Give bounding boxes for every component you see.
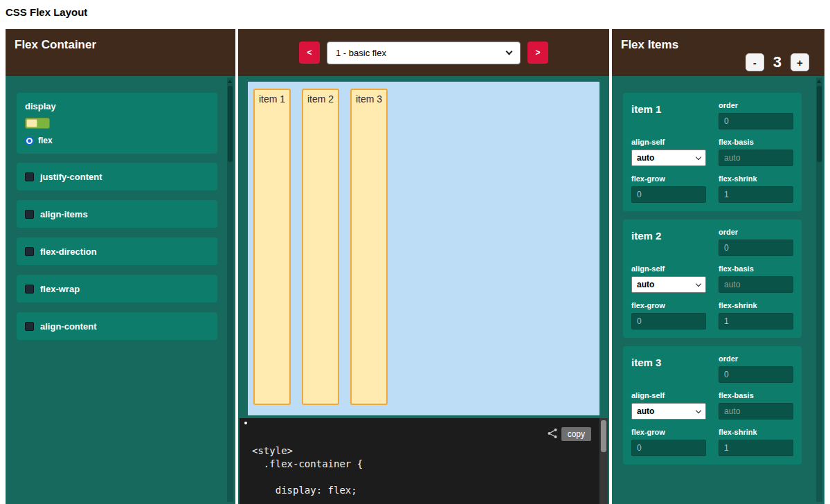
flex-items-scrollbar[interactable]	[816, 78, 822, 502]
flex-grow-input[interactable]	[631, 313, 706, 330]
flex-shrink-field: flex-shrink	[719, 174, 793, 203]
justify-content-checkbox[interactable]	[25, 172, 34, 181]
order-label: order	[719, 101, 793, 109]
flex-shrink-input[interactable]	[719, 186, 793, 203]
preview-panel: < 1 - basic flex > item 1 item 2 item 3	[238, 29, 609, 504]
copy-button[interactable]: copy	[561, 427, 591, 441]
align-self-field: align-self auto	[631, 138, 706, 166]
display-toggle[interactable]	[25, 118, 50, 129]
flex-grow-label: flex-grow	[631, 174, 706, 183]
flex-shrink-label: flex-shrink	[719, 174, 793, 183]
justify-content-card: justify-content	[17, 163, 217, 190]
prev-example-button[interactable]: <	[299, 42, 320, 64]
flex-grow-input[interactable]	[631, 440, 706, 456]
flex-grow-label: flex-grow	[631, 301, 706, 309]
align-self-label: align-self	[631, 138, 706, 146]
toggle-knob-icon	[26, 119, 37, 127]
flex-container-scrollbar[interactable]	[227, 78, 233, 502]
scroll-up-icon[interactable]	[817, 80, 821, 83]
flex-shrink-input[interactable]	[719, 440, 793, 456]
flex-basis-input[interactable]	[719, 150, 793, 166]
flex-container-header: Flex Container	[6, 29, 235, 76]
item-2-card: item 2 order align-self auto flex-basis	[623, 219, 802, 338]
align-self-field: align-self auto	[631, 391, 706, 420]
flex-basis-label: flex-basis	[719, 391, 793, 399]
align-items-label: align-items	[40, 209, 88, 219]
css-flex-layout-app: CSS Flex Layout Flex Container display f…	[0, 0, 830, 504]
flex-shrink-label: flex-shrink	[719, 301, 793, 309]
flex-container-panel: Flex Container display flex justify-cont…	[6, 29, 235, 504]
flex-item-1: item 1	[253, 89, 291, 405]
flex-direction-checkbox[interactable]	[25, 247, 34, 256]
item-count-controls: - 3 +	[746, 53, 809, 71]
display-radio-row: flex	[25, 136, 209, 145]
flex-basis-field: flex-basis	[719, 391, 793, 420]
chevron-down-icon	[696, 154, 701, 159]
order-input[interactable]	[719, 366, 793, 383]
scrollbar-thumb[interactable]	[228, 86, 233, 162]
next-example-button[interactable]: >	[527, 42, 548, 64]
code-panel: copy <style> .flex-container { display: …	[240, 418, 608, 504]
item-card-title: item 2	[631, 228, 706, 256]
align-self-value: auto	[637, 280, 654, 289]
flex-basis-input[interactable]	[719, 276, 793, 293]
flex-shrink-field: flex-shrink	[719, 301, 793, 330]
share-icon[interactable]	[547, 428, 558, 439]
flex-direction-label: flex-direction	[40, 246, 97, 257]
preview-body: item 1 item 2 item 3 copy <style> .flex-…	[238, 76, 609, 504]
chevron-down-icon	[696, 407, 701, 413]
scroll-up-icon[interactable]	[228, 80, 232, 83]
flex-items-title: Flex Items	[621, 38, 678, 52]
page-title: CSS Flex Layout	[6, 6, 87, 18]
example-select[interactable]: 1 - basic flex	[327, 42, 521, 64]
code-line: <style>	[252, 444, 594, 458]
remove-item-button[interactable]: -	[746, 53, 764, 71]
align-self-label: align-self	[631, 391, 706, 399]
flex-shrink-label: flex-shrink	[719, 428, 793, 436]
item-3-card: item 3 order align-self auto flex-basis	[623, 346, 802, 465]
flex-grow-input[interactable]	[631, 186, 706, 203]
scrollbar-thumb[interactable]	[817, 86, 822, 162]
flex-basis-label: flex-basis	[719, 138, 793, 146]
align-self-select[interactable]: auto	[631, 403, 706, 420]
code-line: .flex-container {	[252, 458, 594, 471]
example-select-value: 1 - basic flex	[336, 48, 386, 58]
flex-item-2: item 2	[302, 89, 339, 405]
chevron-down-icon	[506, 48, 513, 55]
flex-wrap-card: flex-wrap	[17, 275, 217, 303]
flex-basis-field: flex-basis	[719, 138, 793, 166]
order-label: order	[719, 354, 793, 363]
align-content-card: align-content	[17, 312, 217, 340]
order-input[interactable]	[719, 240, 793, 256]
flex-items-panel: Flex Items - 3 + item 1 order align-self…	[612, 29, 824, 504]
item-card-title: item 3	[631, 354, 706, 383]
flex-basis-input[interactable]	[719, 403, 793, 420]
add-item-button[interactable]: +	[791, 53, 809, 71]
item-count: 3	[773, 53, 782, 71]
flex-grow-label: flex-grow	[631, 428, 706, 436]
align-items-card: align-items	[17, 200, 217, 228]
order-input[interactable]	[719, 113, 793, 129]
flex-items-body: item 1 order align-self auto flex-basis	[612, 76, 824, 504]
flex-grow-field: flex-grow	[631, 174, 706, 203]
item-card-title: item 1	[631, 101, 706, 129]
flex-basis-field: flex-basis	[719, 264, 793, 293]
code-scrollbar-thumb[interactable]	[601, 420, 606, 452]
code-line	[252, 471, 594, 484]
flex-wrap-checkbox[interactable]	[25, 285, 34, 294]
flex-container-body: display flex justify-content align-items	[6, 76, 235, 504]
flex-shrink-input[interactable]	[719, 313, 793, 330]
flex-item-3: item 3	[350, 89, 388, 405]
align-self-select[interactable]: auto	[631, 276, 706, 293]
flex-radio[interactable]	[25, 136, 34, 145]
flex-wrap-label: flex-wrap	[40, 284, 80, 294]
flex-direction-card: flex-direction	[17, 237, 217, 265]
order-field: order	[719, 354, 793, 383]
align-content-checkbox[interactable]	[25, 322, 34, 331]
chevron-down-icon	[696, 280, 701, 286]
align-items-checkbox[interactable]	[25, 210, 34, 219]
code-scrollbar[interactable]	[599, 418, 608, 504]
align-self-select[interactable]: auto	[631, 150, 706, 166]
justify-content-label: justify-content	[40, 172, 102, 182]
flex-container-title: Flex Container	[15, 38, 96, 52]
